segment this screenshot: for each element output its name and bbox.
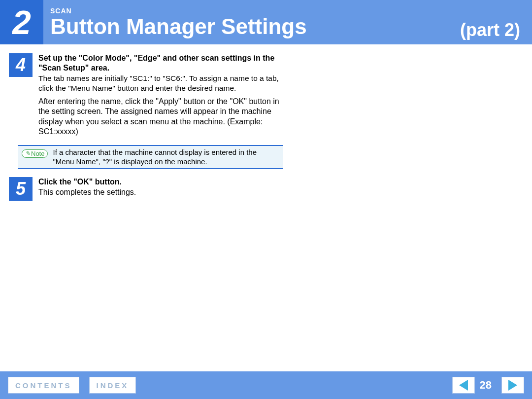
next-page-button[interactable] (501, 377, 524, 394)
note-box: ✎ Note If a character that the machine c… (18, 145, 283, 170)
chapter-number: 2 (12, 3, 31, 41)
note-label: Note (31, 150, 44, 157)
arrow-left-icon (459, 380, 468, 391)
note-text: If a character that the machine cannot d… (53, 148, 279, 167)
page-header: 2 SCAN Button Manager Settings (part 2) (0, 0, 532, 44)
header-text: SCAN Button Manager Settings (43, 7, 307, 37)
step-4-body: Set up the "Color Mode", "Edge" and othe… (38, 53, 280, 137)
step-5: 5 Click the "OK" button. This completes … (9, 177, 523, 201)
prev-page-button[interactable] (452, 377, 475, 394)
step-4-subtext: The tab names are initially "SC1:" to "S… (38, 74, 279, 92)
step-5-body: Click the "OK" button. This completes th… (38, 177, 136, 197)
contents-button[interactable]: CONTENTS (8, 377, 79, 394)
arrow-right-icon (508, 380, 517, 391)
step-4-title: Set up the "Color Mode", "Edge" and othe… (38, 54, 274, 72)
footer-bar: CONTENTS INDEX 28 (0, 371, 532, 399)
note-badge: ✎ Note (22, 149, 48, 158)
step-4-after: After entering the name, click the "Appl… (38, 97, 280, 137)
page-title: Button Manager Settings (50, 16, 307, 37)
step-4: 4 Set up the "Color Mode", "Edge" and ot… (9, 53, 523, 137)
step-5-text: This completes the settings. (38, 188, 136, 196)
chapter-number-box: 2 (0, 0, 43, 44)
pencil-icon: ✎ (25, 150, 30, 157)
part-label: (part 2) (460, 20, 520, 40)
section-name: SCAN (50, 7, 307, 15)
index-button[interactable]: INDEX (89, 377, 136, 394)
step-number-4: 4 (9, 53, 33, 77)
page-number: 28 (480, 379, 492, 392)
step-number-5: 5 (9, 177, 33, 201)
step-5-title: Click the "OK" button. (38, 178, 122, 186)
content-area: 4 Set up the "Color Mode", "Edge" and ot… (0, 44, 532, 201)
